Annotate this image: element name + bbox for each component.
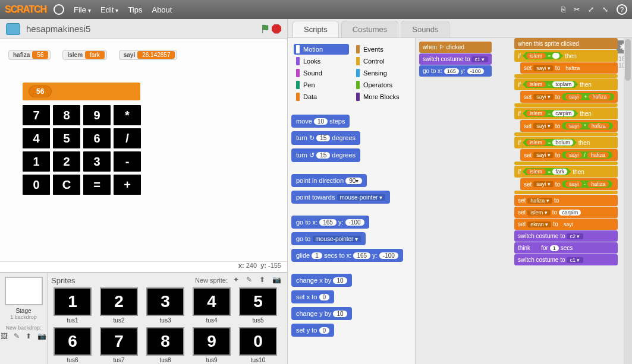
calc-key-6[interactable]: 6 [83,128,111,148]
calc-key-=[interactable]: = [83,175,111,195]
category-events[interactable]: Events [354,44,409,55]
sprite-tus8[interactable]: 8tus8 [144,327,187,363]
sprite-tus2[interactable]: 2tus2 [98,287,140,324]
block-if-5[interactable]: ifislem=farkthen [514,166,618,178]
calc-key-/[interactable]: / [114,128,141,148]
variable-monitor-hafiza[interactable]: hafiza 56 [8,50,51,60]
block-goto-xy[interactable]: go to x: 165 y: -100 [291,216,369,229]
language-icon[interactable] [54,4,64,15]
shrink-icon[interactable]: ⤡ [602,5,608,14]
block-goto-xy[interactable]: go to x:165y:-100 [419,65,492,77]
green-flag-icon[interactable] [261,24,272,34]
block-think[interactable]: thinkfor1secs [514,242,618,254]
block-glide[interactable]: glide 1 secs to x: 165 y: -100 [291,249,403,262]
backdrop-camera-icon[interactable]: 📷 [37,332,46,341]
calc-key-*[interactable]: * [114,105,141,125]
block-switch-costume[interactable]: switch costume toc1 ▾ [419,53,492,65]
calc-key-4[interactable]: 4 [23,128,50,148]
duplicate-icon[interactable]: ⎘ [561,5,565,14]
calc-key-7[interactable]: 7 [23,105,50,125]
category-operators[interactable]: Operators [354,80,409,90]
stage-selector[interactable]: Stage 1 backdrop New backdrop: 🖼 ✎ ⬆ 📷 [0,273,48,364]
calc-key-+[interactable]: + [114,175,141,195]
tab-costumes[interactable]: Costumes [341,21,399,37]
block-set-x[interactable]: set x to 0 [291,290,334,303]
backdrop-library-icon[interactable]: 🖼 [1,332,8,341]
file-menu[interactable]: File [74,5,91,14]
tab-scripts[interactable]: Scripts [293,21,339,37]
calc-key-9[interactable]: 9 [83,105,111,125]
calc-key-5[interactable]: 5 [53,128,80,148]
category-motion[interactable]: Motion [294,44,349,55]
scripts-area[interactable]: ✱ x: 165y: -100 when 🏳 clicked switch co… [416,38,632,364]
block-turn-ccw[interactable]: turn ↺ 15 degrees [291,148,360,162]
stop-icon[interactable] [272,24,281,34]
variable-monitor-sayi[interactable]: sayi 26.142857 [119,50,178,60]
sprite-paint-icon[interactable]: ✎ [246,276,256,285]
block-point-towards[interactable]: point towards mouse-pointer ▾ [291,191,390,204]
sprite-tus3[interactable]: 3tus3 [144,287,187,324]
block-change-x[interactable]: change x by 10 [291,274,352,287]
block-point-direction[interactable]: point in direction 90▾ [291,174,367,187]
block-goto[interactable]: go to mouse-pointer ▾ [291,232,366,245]
backdrop-paint-icon[interactable]: ✎ [14,332,20,341]
block-when-sprite-clicked[interactable]: when this sprite clicked [514,38,618,49]
block-if-2[interactable]: ifislem=toplamthen [514,78,618,90]
tips-menu[interactable]: Tips [128,5,142,14]
sprite-tus9[interactable]: 9tus9 [190,327,233,363]
scripts-scrollbar[interactable] [624,38,632,364]
edit-menu[interactable]: Edit [100,5,118,14]
category-control[interactable]: Control [354,56,409,67]
backdrop-upload-icon[interactable]: ⬆ [26,332,32,341]
sprite-tus4[interactable]: 4tus4 [190,287,233,324]
block-set-ekran[interactable]: setekran ▾tosayi [514,219,618,230]
calc-key-1[interactable]: 1 [23,151,50,172]
category-data[interactable]: Data [294,91,349,102]
about-menu[interactable]: About [152,5,172,14]
block-move-steps[interactable]: move 10 steps [291,115,350,128]
block-set-sayi-3[interactable]: setsayi ▾tosayi*hafiza [520,120,618,132]
sprite-tus7[interactable]: 7tus7 [98,327,140,363]
cut-icon[interactable]: ✂ [574,5,580,14]
block-change-y[interactable]: change y by 10 [291,307,352,320]
block-set-y[interactable]: set y to 0 [291,324,334,337]
category-more-blocks[interactable]: More Blocks [354,91,409,102]
block-switch-costume-2[interactable]: switch costume toc2 ▾ [514,230,618,242]
calc-key-8[interactable]: 8 [53,105,80,125]
scratch-logo[interactable]: SCRATCH [5,4,46,15]
tab-sounds[interactable]: Sounds [401,21,449,37]
category-pen[interactable]: Pen [294,80,349,90]
calc-key-C[interactable]: C [53,175,80,195]
sprite-library-icon[interactable]: ✦ [233,276,243,285]
block-set-sayi-2[interactable]: setsayi ▾tosayi+hafiza [520,91,618,103]
block-switch-costume-3[interactable]: switch costume toc1 ▾ [514,254,618,265]
script-stack-2[interactable]: when this sprite clicked ifislem=then se… [514,38,618,266]
block-set-hafiza[interactable]: sethafiza ▾to [514,195,618,206]
block-if-1[interactable]: ifislem=then [514,50,618,62]
block-if-3[interactable]: ifislem=carpimthen [514,107,618,119]
calc-key--[interactable]: - [114,151,141,172]
stage[interactable]: hafiza 56 islem fark sayi 26.142857 56 7… [0,39,287,261]
calc-key-0[interactable]: 0 [23,175,50,195]
category-sensing[interactable]: Sensing [354,68,409,78]
calc-key-3[interactable]: 3 [83,151,111,172]
block-set-islem[interactable]: setislem ▾tocarpim [514,207,618,218]
block-set-sayi-1[interactable]: setsayi ▾tohafiza [520,62,618,74]
block-turn-cw[interactable]: turn ↻ 15 degrees [291,131,360,145]
sprite-tus10[interactable]: 0tus10 [237,327,279,363]
category-sound[interactable]: Sound [294,68,349,78]
sprite-upload-icon[interactable]: ⬆ [259,276,269,285]
sprite-thumbnail-icon[interactable] [6,23,20,35]
sprite-tus1[interactable]: 1tus1 [51,287,94,324]
category-looks[interactable]: Looks [294,56,349,67]
variable-monitor-islem[interactable]: islem fark [62,50,106,60]
sprite-camera-icon[interactable]: 📷 [272,276,282,285]
help-icon[interactable]: ? [617,4,627,15]
sprite-tus5[interactable]: 5tus5 [237,287,279,324]
script-stack-1[interactable]: when 🏳 clicked switch costume toc1 ▾ go … [419,42,492,77]
block-if-4[interactable]: ifislem=bolumthen [514,137,618,148]
sprite-tus6[interactable]: 6tus6 [51,327,94,363]
calc-key-2[interactable]: 2 [53,151,80,172]
block-when-flag-clicked[interactable]: when 🏳 clicked [419,42,492,53]
block-set-sayi-5[interactable]: setsayi ▾tosayi-hafiza [520,178,618,190]
